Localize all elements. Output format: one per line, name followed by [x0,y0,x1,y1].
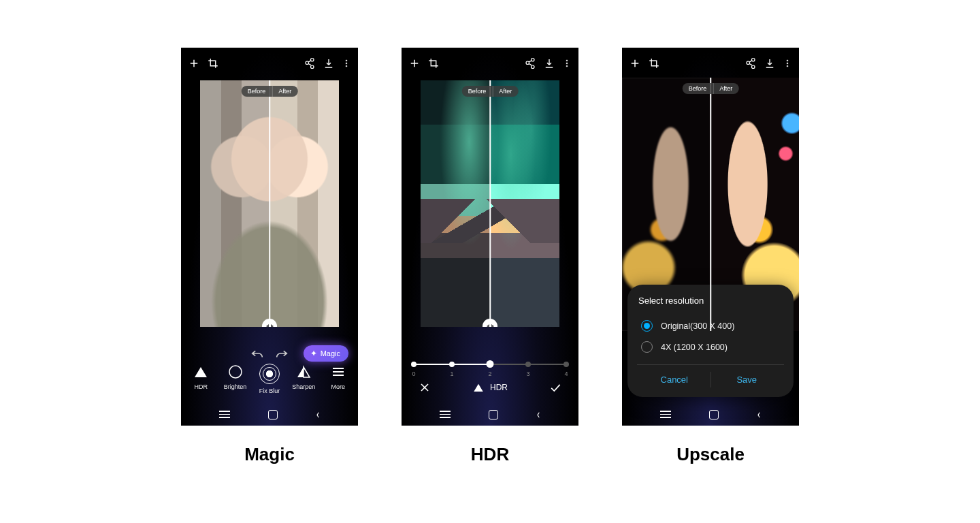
nav-recents-icon[interactable] [440,411,451,418]
top-toolbar [181,53,358,74]
add-icon[interactable] [408,57,421,69]
radio-option-4x[interactable]: 4X (1200 X 1600) [638,336,783,358]
captions-row: Magic HDR Upscale [0,444,980,465]
nav-recents-icon[interactable] [219,411,230,418]
hdr-slider[interactable]: 0 1 2 3 4 [414,357,566,384]
tool-sharpen[interactable]: Sharpen [287,364,320,394]
svg-point-1 [346,63,347,64]
compare-divider [269,80,270,327]
magic-button[interactable]: ✦ Magic [304,345,348,362]
svg-point-9 [787,65,788,67]
hdr-action-row: HDR [402,381,578,394]
slider-tick[interactable] [411,362,416,367]
confirm-icon[interactable] [549,381,562,394]
svg-point-8 [787,63,788,64]
svg-point-2 [346,65,347,67]
before-label: Before [242,86,272,97]
crop-icon[interactable] [207,57,219,69]
nav-back-icon[interactable]: ‹ [537,407,540,422]
tool-label: Sharpen [292,383,315,390]
photo-compare-area[interactable]: Before After [200,80,339,327]
tool-row: HDR Brighten Fix Blur Sharpen More [181,364,358,394]
before-after-pill: Before After [242,86,298,97]
more-menu-icon[interactable] [342,57,351,69]
slider-tick[interactable] [564,362,569,367]
nav-recents-icon[interactable] [660,411,671,418]
system-navbar: ‹ [402,407,578,422]
slider-tick[interactable] [525,362,531,367]
more-menu-icon[interactable] [562,57,572,69]
more-menu-icon[interactable] [783,57,792,69]
hdr-mode-indicator: HDR [472,381,508,394]
share-icon[interactable] [745,57,757,69]
svg-point-4 [566,60,568,61]
tool-label: HDR [194,383,208,390]
tool-hdr[interactable]: HDR [184,364,217,394]
crop-icon[interactable] [427,57,440,69]
before-after-pill: Before After [462,86,519,97]
slider-tick-label: 0 [412,370,415,377]
after-label: After [713,83,738,94]
nav-home-icon[interactable] [709,410,719,419]
nav-home-icon[interactable] [268,410,278,419]
hdr-icon [472,381,485,394]
top-toolbar [402,53,578,74]
cancel-button[interactable]: Cancel [638,369,710,390]
download-icon[interactable] [323,57,335,69]
download-icon[interactable] [764,57,776,69]
system-navbar: ‹ [181,407,358,422]
caption-magic: Magic [181,444,358,465]
before-after-pill: Before After [683,83,739,94]
svg-point-7 [787,60,788,61]
download-icon[interactable] [543,57,555,69]
system-navbar: ‹ [622,407,799,422]
slider-tick[interactable] [449,362,455,367]
after-label: After [272,86,297,97]
top-toolbar [622,53,799,74]
radio-icon [641,341,653,353]
compare-divider [489,80,491,327]
tool-brighten[interactable]: Brighten [219,364,252,394]
hdr-icon [193,364,209,380]
add-icon[interactable] [629,57,641,69]
undo-redo-row: ✦ Magic [181,346,358,361]
dialog-divider [637,364,784,365]
slider-tick-label: 2 [488,370,491,377]
tool-label: Fix Blur [259,387,280,394]
tool-fixblur[interactable]: Fix Blur [253,364,286,394]
add-icon[interactable] [188,57,200,69]
sparkle-icon: ✦ [310,349,317,358]
crop-icon[interactable] [648,57,660,69]
save-button[interactable]: Save [711,369,783,390]
share-icon[interactable] [524,57,536,69]
svg-point-3 [229,366,242,378]
svg-point-6 [566,65,568,67]
caption-hdr: HDR [402,444,578,465]
brighten-icon [227,364,244,380]
after-label: After [493,86,518,97]
redo-icon[interactable] [274,346,289,361]
cancel-icon[interactable] [418,381,431,394]
undo-icon[interactable] [250,346,265,361]
nav-home-icon[interactable] [489,410,498,419]
tool-more[interactable]: More [322,364,355,394]
nav-back-icon[interactable]: ‹ [316,407,319,422]
dialog-actions: Cancel Save [638,369,783,390]
svg-point-5 [566,63,568,64]
caption-upscale: Upscale [622,444,799,465]
share-icon[interactable] [304,57,316,69]
nav-back-icon[interactable]: ‹ [757,407,760,422]
hdr-label: HDR [490,383,508,392]
radio-icon [641,320,653,332]
radio-label: 4X (1200 X 1600) [661,343,728,352]
photo-compare-area[interactable]: Before After [421,80,559,327]
magic-button-label: Magic [321,349,340,358]
compare-divider [710,78,711,331]
tool-label: Brighten [224,383,247,390]
sharpen-icon [295,364,312,380]
radio-label: Original(300 X 400) [661,321,734,331]
hamburger-icon [330,364,346,380]
before-label: Before [683,83,713,94]
fixblur-icon [259,364,280,384]
slider-thumb[interactable] [487,360,494,368]
